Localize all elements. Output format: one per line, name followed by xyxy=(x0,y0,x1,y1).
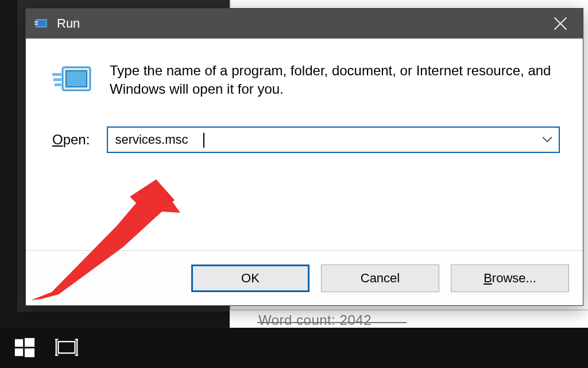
svg-rect-10 xyxy=(55,83,61,86)
ok-button[interactable]: OK xyxy=(191,264,310,292)
chevron-down-icon[interactable] xyxy=(536,136,559,143)
svg-rect-13 xyxy=(15,339,23,347)
dialog-title: Run xyxy=(57,16,544,31)
run-dialog: Run Type the name of a program, folder, … xyxy=(25,8,583,306)
svg-rect-15 xyxy=(15,348,23,356)
background-word-count-strike xyxy=(257,322,407,323)
svg-rect-2 xyxy=(34,21,38,22)
titlebar[interactable]: Run xyxy=(26,9,583,39)
svg-rect-17 xyxy=(58,342,75,353)
task-view-icon[interactable] xyxy=(55,338,78,358)
close-button[interactable] xyxy=(544,9,577,39)
start-icon[interactable] xyxy=(14,337,36,359)
browse-button[interactable]: Browse... xyxy=(451,264,569,292)
open-input[interactable] xyxy=(108,128,536,152)
background-word-count: Word count: 2042 xyxy=(258,312,372,328)
svg-rect-16 xyxy=(25,348,34,357)
dialog-content: Type the name of a program, folder, docu… xyxy=(26,39,583,250)
svg-rect-9 xyxy=(53,78,61,81)
dialog-description: Type the name of a program, folder, docu… xyxy=(110,62,560,99)
run-icon xyxy=(52,63,94,97)
cancel-button[interactable]: Cancel xyxy=(321,264,439,292)
svg-rect-8 xyxy=(52,73,61,76)
svg-rect-14 xyxy=(25,338,34,347)
dialog-button-row: OK Cancel Browse... xyxy=(26,250,583,305)
run-titlebar-icon xyxy=(34,18,49,29)
text-caret xyxy=(203,133,204,148)
svg-rect-7 xyxy=(66,71,87,87)
svg-rect-1 xyxy=(37,20,46,26)
open-label: Open: xyxy=(52,132,90,148)
svg-rect-3 xyxy=(34,24,38,25)
open-combobox[interactable] xyxy=(107,126,560,153)
taskbar[interactable] xyxy=(0,328,588,368)
